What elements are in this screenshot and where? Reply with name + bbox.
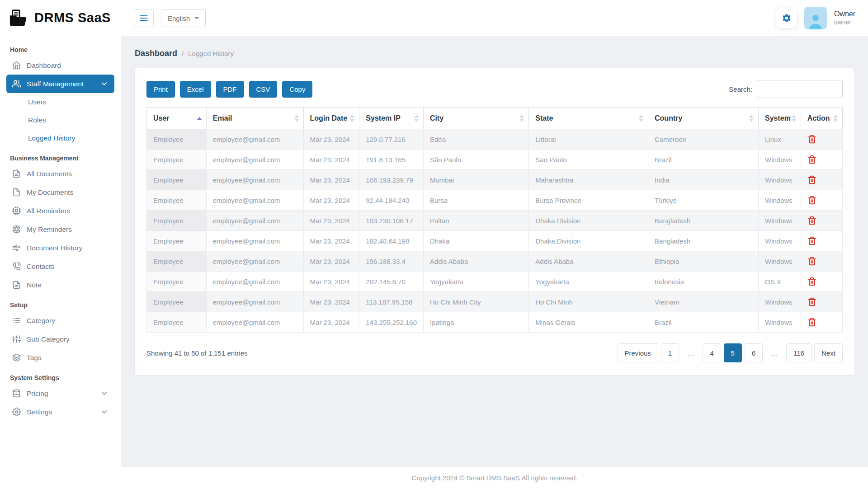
- app-window: DRMS SaaS HomeDashboardStaff ManagementU…: [0, 0, 868, 488]
- csv-button[interactable]: CSV: [249, 81, 278, 98]
- sidebar-item-sub-category[interactable]: Sub Category: [6, 330, 114, 348]
- chevron-down-icon: [100, 80, 108, 88]
- pagination-page-116[interactable]: 116: [786, 343, 811, 362]
- sort-asc-icon: [197, 117, 202, 120]
- column-header-system[interactable]: System: [759, 108, 801, 129]
- pagination-next[interactable]: Next: [814, 343, 843, 362]
- cell-email: employee@gmail.com: [206, 211, 303, 231]
- cell-user: Employee: [147, 272, 207, 292]
- sidebar-item-note[interactable]: Note: [6, 276, 114, 294]
- column-header-action[interactable]: Action: [801, 108, 842, 129]
- cell-city: São Paulo: [423, 150, 528, 170]
- trash-icon: [807, 297, 816, 307]
- cell-system: Windows: [759, 292, 801, 312]
- pdf-button[interactable]: PDF: [216, 81, 244, 98]
- table-row: Employeeemployee@gmail.comMar 23, 202411…: [147, 292, 843, 312]
- sidebar-item-my-reminders[interactable]: My Reminders: [6, 220, 114, 239]
- cell-login-date: Mar 23, 2024: [303, 231, 359, 251]
- user-meta[interactable]: Owner owner: [834, 9, 855, 27]
- avatar[interactable]: [804, 7, 827, 29]
- page-footer: Copyright 2024 © Smart DMS SaaS All righ…: [121, 467, 868, 488]
- pagination-page-1[interactable]: 1: [661, 343, 679, 362]
- table-row: Employeeemployee@gmail.comMar 23, 202419…: [147, 251, 843, 272]
- delete-button[interactable]: [807, 134, 816, 144]
- pagination-page-6[interactable]: 6: [745, 343, 763, 362]
- cell-user: Employee: [147, 231, 207, 251]
- column-header-country[interactable]: Country: [648, 108, 759, 129]
- sidebar-item-tags[interactable]: Tags: [6, 348, 114, 367]
- sidebar-item-label: Staff Management: [27, 80, 84, 88]
- cell-state: Dhaka Division: [529, 231, 648, 251]
- excel-button[interactable]: Excel: [180, 81, 211, 98]
- table-body: Employeeemployee@gmail.comMar 23, 202412…: [147, 129, 843, 333]
- delete-button[interactable]: [807, 216, 816, 225]
- sidebar-section-setup: Setup: [6, 294, 114, 311]
- delete-button[interactable]: [807, 256, 816, 266]
- pagination-previous[interactable]: Previous: [618, 343, 658, 362]
- column-header-login-date[interactable]: Login Date: [303, 108, 359, 129]
- trash-icon: [807, 236, 816, 246]
- cell-login-date: Mar 23, 2024: [303, 312, 359, 333]
- delete-button[interactable]: [807, 175, 816, 185]
- column-label: Country: [655, 114, 682, 122]
- delete-button[interactable]: [807, 155, 816, 164]
- pagination-page-4[interactable]: 4: [703, 343, 721, 362]
- delete-button[interactable]: [807, 236, 816, 246]
- cell-email: employee@gmail.com: [206, 231, 303, 251]
- cell-state: Yogyakarta: [529, 272, 648, 292]
- sidebar-item-dashboard[interactable]: Dashboard: [6, 56, 114, 75]
- column-header-system-ip[interactable]: System IP: [359, 108, 424, 129]
- sliders-icon: [12, 335, 21, 343]
- search-wrap: Search:: [729, 80, 843, 98]
- sidebar-item-all-reminders[interactable]: All Reminders: [6, 202, 114, 220]
- cell-system: OS X: [759, 272, 801, 292]
- delete-button[interactable]: [807, 277, 816, 286]
- sidebar-item-all-documents[interactable]: All Documents: [6, 164, 114, 183]
- brand-logo[interactable]: DRMS SaaS: [0, 0, 121, 36]
- print-button[interactable]: Print: [146, 81, 175, 98]
- column-header-email[interactable]: Email: [206, 108, 303, 129]
- sidebar-item-document-history[interactable]: Document History: [6, 239, 114, 257]
- pagination-page-5[interactable]: 5: [724, 343, 742, 362]
- copy-button[interactable]: Copy: [282, 81, 312, 98]
- delete-button[interactable]: [807, 297, 816, 307]
- delete-button[interactable]: [807, 317, 816, 327]
- cell-email: employee@gmail.com: [206, 170, 303, 190]
- sidebar-item-my-documents[interactable]: My Documents: [6, 183, 114, 202]
- cell-login-date: Mar 23, 2024: [303, 170, 359, 190]
- column-header-user[interactable]: User: [147, 108, 207, 129]
- sidebar-section-home: Home: [6, 39, 114, 56]
- trash-icon: [807, 195, 816, 205]
- cell-state: Maharashtra: [529, 170, 648, 190]
- cell-login-date: Mar 23, 2024: [303, 292, 359, 312]
- sidebar-subitem-logged-history[interactable]: Logged History: [6, 129, 114, 147]
- sort-both-icon: [414, 115, 419, 122]
- language-dropdown[interactable]: English: [161, 9, 206, 27]
- cell-country: Vietnam: [648, 292, 759, 312]
- trash-icon: [807, 256, 816, 266]
- delete-button[interactable]: [807, 195, 816, 205]
- sidebar-item-contacts[interactable]: Contacts: [6, 257, 114, 276]
- sidebar-subitem-roles[interactable]: Roles: [6, 111, 114, 129]
- sidebar-subitem-users[interactable]: Users: [6, 93, 114, 111]
- sidebar-section-business-management: Business Management: [6, 147, 114, 164]
- users-icon: [12, 80, 21, 88]
- pagination-ellipsis: …: [765, 343, 783, 362]
- sidebar-item-staff-management[interactable]: Staff Management: [6, 75, 114, 93]
- cell-system-ip: 129.0.77.216: [359, 129, 424, 150]
- main-column: English Owner owner: [121, 0, 868, 488]
- sidebar-toggle-button[interactable]: [134, 9, 154, 27]
- cell-email: employee@gmail.com: [206, 150, 303, 170]
- breadcrumb-dashboard[interactable]: Dashboard: [135, 49, 177, 58]
- settings-button[interactable]: [776, 8, 797, 28]
- chevron-down-icon: [100, 389, 108, 398]
- breadcrumb-current: Logged History: [188, 50, 234, 57]
- sidebar-item-pricing[interactable]: Pricing: [6, 384, 114, 403]
- sidebar-item-category[interactable]: Category: [6, 311, 114, 330]
- sidebar-item-settings[interactable]: Settings: [6, 403, 114, 421]
- hamburger-menu-icon: [139, 14, 148, 23]
- sidebar-item-label: Sub Category: [27, 335, 70, 343]
- search-input[interactable]: [757, 80, 843, 98]
- column-header-state[interactable]: State: [529, 108, 648, 129]
- column-header-city[interactable]: City: [423, 108, 528, 129]
